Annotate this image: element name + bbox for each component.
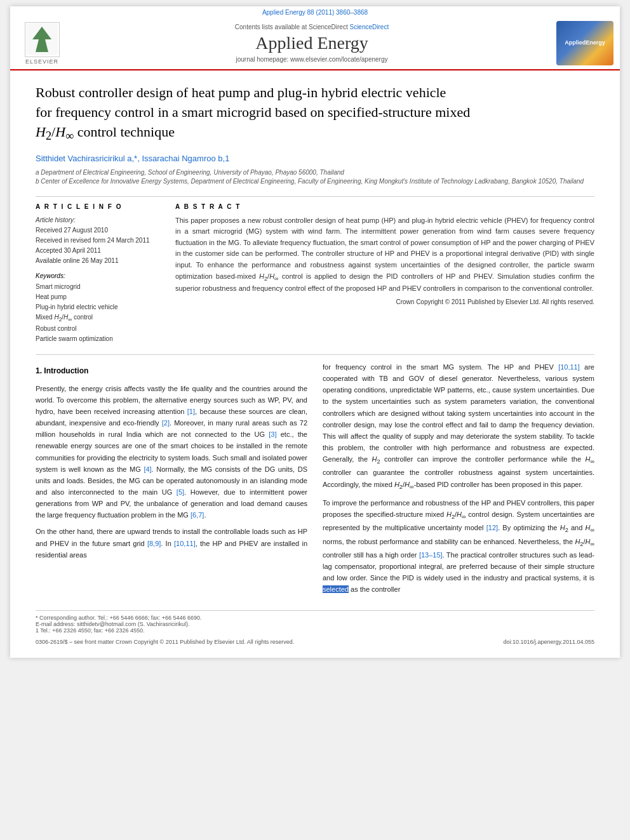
abstract-label: A B S T R A C T: [175, 203, 594, 210]
body-para-4: To improve the performance and robustnes…: [323, 497, 594, 596]
journal-title-row: ELSEVIER Contents lists available at Sci…: [10, 17, 620, 69]
journal-homepage: journal homepage: www.elsevier.com/locat…: [67, 56, 556, 63]
keyword-3: Plug-in hybrid electric vehicle: [36, 302, 163, 312]
journal-center: Contents lists available at ScienceDirec…: [67, 23, 556, 63]
affiliation-a: a Department of Electrical Engineering, …: [36, 169, 344, 176]
info-abstract-section: A R T I C L E I N F O Article history: R…: [36, 203, 594, 344]
applied-energy-logo-text: AppliedEnergy: [565, 39, 605, 47]
sciencedirect-link[interactable]: ScienceDirect: [349, 23, 389, 30]
article-title: Robust controller design of heat pump an…: [36, 83, 594, 145]
selected-text: selected: [323, 585, 349, 593]
divider-2: [36, 354, 594, 355]
contents-available-line: Contents lists available at ScienceDirec…: [67, 23, 556, 30]
article-info-col: A R T I C L E I N F O Article history: R…: [36, 203, 163, 344]
applied-energy-logo-box: AppliedEnergy: [556, 21, 613, 65]
divider-1: [36, 196, 594, 197]
body-para-1: Presently, the energy crisis affects vas…: [36, 383, 307, 521]
keyword-6: Particle swarm optimization: [36, 334, 163, 344]
journal-issue-info: Applied Energy 88 (2011) 3860–3868: [262, 9, 368, 16]
affiliations: a Department of Electrical Engineering, …: [36, 168, 594, 186]
corresponding-note: * Corresponding author. Tel.: +66 5446 6…: [36, 615, 594, 621]
journal-top-bar: Applied Energy 88 (2011) 3860–3868: [10, 6, 620, 17]
journal-header: Applied Energy 88 (2011) 3860–3868 ELSEV…: [10, 6, 620, 70]
title-formula: H2/H∞ control technique: [36, 124, 175, 140]
accepted-date: Accepted 30 April 2011: [36, 246, 163, 256]
history-label: Article history:: [36, 215, 163, 225]
article-history: Article history: Received 27 August 2010…: [36, 215, 163, 266]
body-para-2: On the other hand, there are upward tren…: [36, 526, 307, 560]
footer: * Corresponding author. Tel.: +66 5446 6…: [36, 610, 594, 645]
body-para-3: for frequency control in the smart MG sy…: [323, 361, 594, 492]
elsevier-label: ELSEVIER: [25, 58, 58, 65]
available-date: Available online 26 May 2011: [36, 256, 163, 266]
article-info-label: A R T I C L E I N F O: [36, 203, 163, 210]
email-note: E-mail address: sitthidetv@hotmail.com (…: [36, 621, 594, 627]
abstract-col: A B S T R A C T This paper proposes a ne…: [175, 203, 594, 344]
abstract-text: This paper proposes a new robust control…: [175, 215, 594, 295]
article-content: Robust controller design of heat pump an…: [10, 70, 620, 658]
footnotes: * Corresponding author. Tel.: +66 5446 6…: [36, 615, 594, 634]
elsevier-tree-icon: [25, 22, 60, 57]
keywords-section: Keywords: Smart microgrid Heat pump Plug…: [36, 272, 163, 344]
keyword-2: Heat pump: [36, 292, 163, 302]
page: Applied Energy 88 (2011) 3860–3868 ELSEV…: [10, 6, 620, 658]
affiliation-b: b Center of Excellence for Innovative En…: [36, 178, 584, 185]
keyword-5: Robust control: [36, 324, 163, 334]
body-right-col: for frequency control in the smart MG sy…: [323, 361, 594, 601]
bottom-footer: 0306-2619/$ – see front matter Crown Cop…: [36, 639, 594, 645]
keywords-label: Keywords:: [36, 272, 163, 279]
copyright-footer: 0306-2619/$ – see front matter Crown Cop…: [36, 639, 294, 645]
authors: Sitthidet Vachirasricirikul a,*, Issarac…: [36, 154, 594, 163]
body-left-col: 1. Introduction Presently, the energy cr…: [36, 361, 307, 601]
body-section: 1. Introduction Presently, the energy cr…: [36, 361, 594, 601]
journal-title: Applied Energy: [67, 33, 556, 53]
keyword-1: Smart microgrid: [36, 282, 163, 292]
received-date: Received 27 August 2010: [36, 225, 163, 236]
note1: 1 Tel.: +66 2326 4550; fax: +66 2326 455…: [36, 627, 594, 634]
keyword-4: Mixed H2/H∞ control: [36, 312, 163, 324]
elsevier-logo: ELSEVIER: [17, 22, 67, 65]
copyright-line: Crown Copyright © 2011 Published by Else…: [175, 298, 594, 305]
doi-footer: doi:10.1016/j.apenergy.2011.04.055: [504, 639, 594, 645]
revised-date: Received in revised form 24 March 2011: [36, 236, 163, 246]
section-1-heading: 1. Introduction: [36, 365, 307, 378]
